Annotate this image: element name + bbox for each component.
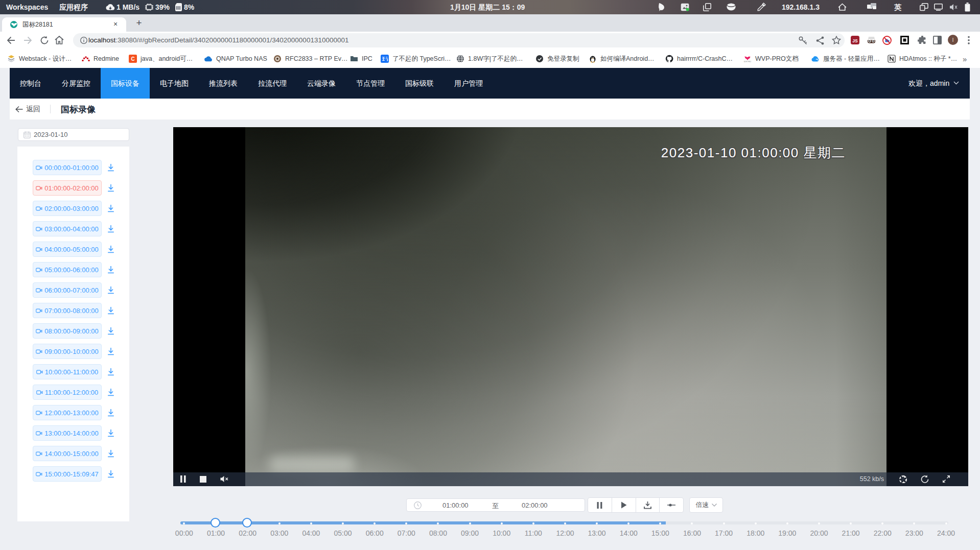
svg-text:WVP-PRO: WVP-PRO bbox=[744, 61, 752, 63]
svg-text:C: C bbox=[131, 56, 134, 62]
svg-text:JS: JS bbox=[852, 38, 858, 43]
